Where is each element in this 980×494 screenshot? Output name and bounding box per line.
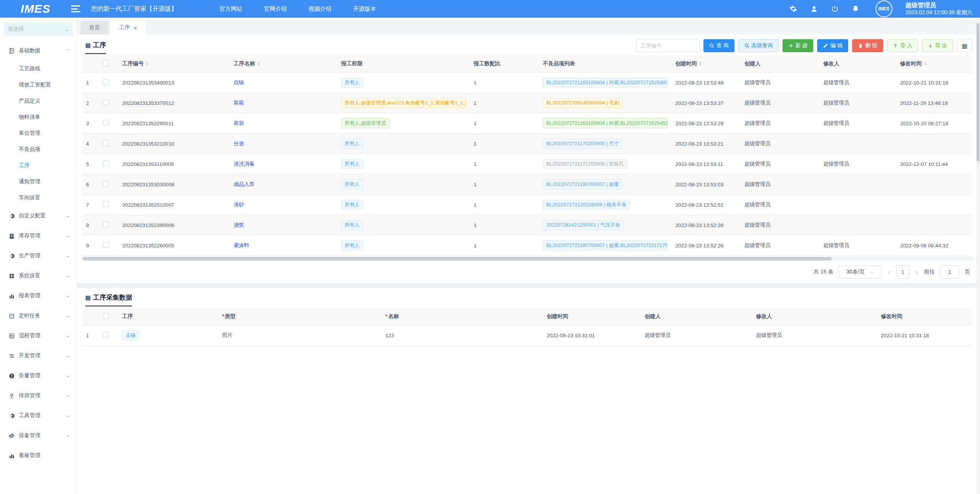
chevron-down-icon: ⌄ — [66, 373, 70, 378]
column-header-创建时间[interactable]: 创建时间▲▼ — [672, 55, 741, 73]
checkbox[interactable] — [103, 140, 109, 146]
sidebar-item-单位管理[interactable]: 单位管理 — [0, 125, 76, 141]
process-name-link[interactable]: 装箱 — [234, 100, 244, 106]
next-page-button[interactable]: › — [915, 268, 919, 276]
checkbox[interactable] — [103, 332, 109, 338]
row-index: 2 — [82, 93, 99, 113]
query-button[interactable]: 查 询 — [703, 39, 735, 52]
sidebar-filter-select[interactable]: 请选择 ⌄ — [4, 22, 73, 36]
user-avatar[interactable]: IMES — [876, 0, 892, 17]
sidebar-group-工具管理[interactable]: 工具管理⌄ — [0, 406, 76, 426]
create-button[interactable]: 新 建 — [783, 39, 814, 52]
sidebar-group-质量管理[interactable]: 质量管理⌄ — [0, 366, 76, 386]
process-name-link[interactable]: 装袋 — [234, 120, 244, 126]
settings-icon[interactable] — [789, 5, 797, 13]
process-name-link[interactable]: 分选 — [234, 141, 244, 146]
checkbox[interactable] — [103, 313, 109, 319]
sort-icon[interactable]: ▲▼ — [924, 61, 927, 66]
process-name-link[interactable]: 浇筑 — [234, 222, 244, 228]
tab-工序[interactable]: 工序× — [111, 21, 146, 35]
column-header-工序编号[interactable]: 工序编号▲▼ — [118, 55, 230, 73]
tab-首页[interactable]: 首页 — [81, 21, 108, 35]
sidebar-group-流程管理[interactable]: 流程管理⌄ — [0, 326, 76, 346]
sidebar-item-通知管理[interactable]: 通知管理 — [0, 174, 76, 190]
advanced-query-button[interactable]: 高级查询 — [738, 39, 779, 52]
sidebar-group-label: 系统设置 — [19, 272, 40, 279]
sidebar-group-库存管理[interactable]: 库存管理⌄ — [0, 226, 76, 246]
sidebar-group-开发管理[interactable]: 开发管理⌄ — [0, 346, 76, 366]
column-header-修改时间[interactable]: 修改时间▲▼ — [896, 55, 972, 73]
checkbox[interactable] — [103, 222, 109, 227]
sort-icon[interactable]: ▲▼ — [146, 61, 149, 66]
column-header-创建人: 创建人 — [641, 308, 752, 325]
sort-icon[interactable]: ▲▼ — [699, 61, 702, 66]
collect-section: ▦工序采集数据 工序*类型*名称创建时间创建人修改人修改时间1点锡照片12320… — [77, 288, 980, 494]
user-icon[interactable] — [810, 5, 818, 13]
sidebar-group-看板管理[interactable]: 看板管理 — [0, 446, 76, 466]
sidebar-group-报表管理[interactable]: 报表管理⌄ — [0, 286, 76, 306]
sidebar-group-自定义配置[interactable]: 自定义配置⌄ — [0, 206, 76, 226]
bell-icon[interactable] — [852, 5, 859, 13]
sidebar-item-车间设置[interactable]: 车间设置 — [0, 190, 76, 206]
sort-icon[interactable]: ▲▼ — [257, 61, 260, 66]
chevron-down-icon: ⌄ — [65, 27, 69, 32]
cell-process-name: 装箱 — [230, 93, 337, 113]
columns-grid-icon[interactable]: ▦ — [957, 39, 972, 52]
select-all-header[interactable] — [99, 308, 118, 325]
cell-report-permission: 所有人,超级管理员 — [337, 113, 470, 134]
horizontal-scrollbar-thumb[interactable] — [82, 257, 832, 260]
process-name-link[interactable]: 点锡 — [234, 80, 244, 85]
sidebar-group-设备管理[interactable]: 设备管理⌄ — [0, 426, 76, 446]
navbar-link[interactable]: 开源版本 — [353, 5, 376, 13]
import-button[interactable]: 导 入 — [887, 39, 918, 52]
sidebar-menu: 基础数据⌃工艺路线绩效工资配置产品定义物料清单单位管理不良品项工序通知管理车间设… — [0, 41, 76, 466]
checkbox[interactable] — [103, 181, 109, 187]
sidebar-item-产品定义[interactable]: 产品定义 — [0, 93, 76, 109]
row-index: 8 — [82, 215, 99, 235]
process-name-link[interactable]: 成品入库 — [234, 181, 254, 187]
sidebar-item-绩效工资配置[interactable]: 绩效工资配置 — [0, 77, 76, 93]
menu-toggle-icon[interactable] — [71, 5, 80, 12]
checkbox[interactable] — [103, 161, 109, 166]
gear-icon — [8, 253, 15, 259]
prev-page-button[interactable]: ‹ — [887, 268, 891, 276]
select-all-header[interactable] — [99, 55, 118, 73]
checkbox[interactable] — [103, 60, 109, 66]
checkbox[interactable] — [103, 79, 109, 85]
checkbox[interactable] — [103, 120, 109, 126]
goto-page-input[interactable] — [940, 265, 959, 278]
export-button[interactable]: 导 出 — [922, 39, 953, 52]
current-page-button[interactable]: 1 — [896, 265, 909, 278]
edit-button[interactable]: 编 辑 — [817, 39, 848, 52]
navbar-link[interactable]: 视频介绍 — [308, 5, 332, 13]
delete-button[interactable]: 删 除 — [852, 39, 883, 52]
table-row: 9202208231352260005涮涂料所有人1BL202207272118… — [82, 235, 972, 256]
sidebar-item-工序[interactable]: 工序 — [0, 157, 76, 174]
close-icon[interactable]: × — [134, 25, 137, 31]
sidebar-group-基础数据[interactable]: 基础数据⌃ — [0, 41, 76, 61]
sidebar-group-定时任务[interactable]: 定时任务⌄ — [0, 306, 76, 326]
window-scrollbar-thumb[interactable] — [977, 23, 980, 161]
checkbox[interactable] — [103, 242, 109, 248]
cell-modifier: 超级管理员 — [819, 154, 896, 174]
sidebar-group-系统设置[interactable]: 系统设置⌄ — [0, 266, 76, 286]
checkbox[interactable] — [103, 99, 109, 105]
column-header-工序名称[interactable]: 工序名称▲▼ — [230, 55, 337, 73]
navbar-link[interactable]: 官网介绍 — [264, 5, 287, 13]
checkbox[interactable] — [103, 201, 109, 207]
chevron-down-icon: ⌄ — [66, 413, 70, 418]
power-icon[interactable] — [831, 5, 839, 13]
navbar-link[interactable]: 官方网站 — [219, 5, 242, 13]
sidebar-group-排班管理[interactable]: 排班管理⌄ — [0, 386, 76, 406]
process-name-link[interactable]: 清洗消毒 — [234, 161, 254, 167]
select-placeholder: 请选择 — [8, 26, 24, 33]
process-name-link[interactable]: 涮涂料 — [234, 242, 249, 248]
page-size-select[interactable]: 30条/页⌄ — [839, 265, 882, 278]
chevron-down-icon: ⌄ — [66, 313, 70, 318]
sidebar-item-物料清单[interactable]: 物料清单 — [0, 109, 76, 125]
sidebar-item-工艺路线[interactable]: 工艺路线 — [0, 61, 76, 77]
sidebar-group-生产管理[interactable]: 生产管理⌄ — [0, 246, 76, 266]
process-code-search-input[interactable] — [636, 39, 700, 52]
process-name-link[interactable]: 清砂 — [234, 202, 244, 207]
sidebar-item-不良品项[interactable]: 不良品项 — [0, 141, 76, 157]
